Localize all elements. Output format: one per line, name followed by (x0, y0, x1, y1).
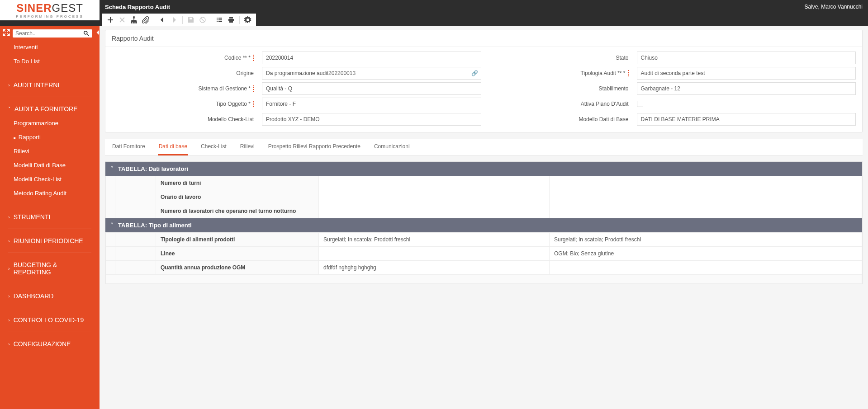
table-row: Numero di turni (106, 176, 862, 190)
sidebar-item-modelli-checklist[interactable]: Modelli Check-List (0, 172, 100, 186)
sidebar-section-audit-interni[interactable]: ›AUDIT INTERNI (0, 78, 100, 92)
form-panel: Rapporto Audit Codice ** * 202200014 Sta… (105, 30, 863, 132)
panel-title: Rapporto Audit (105, 30, 862, 47)
label-tipologia: Tipologia Audit ** * (487, 70, 631, 76)
back-button[interactable] (157, 14, 168, 25)
sidebar-item-todolist[interactable]: To Do List (0, 54, 100, 68)
add-button[interactable] (105, 14, 116, 25)
tab-dati-fornitore[interactable]: Dati Fornitore (111, 139, 146, 155)
chevron-down-icon: ˅ (111, 166, 114, 172)
sidebar-item-rapporti[interactable]: Rapporti (0, 130, 100, 144)
label-tipo-oggetto: Tipo Oggetto * (112, 101, 256, 107)
field-codice[interactable]: 202200014 (262, 52, 481, 64)
field-tipo-oggetto[interactable]: Fornitore - F (262, 98, 481, 110)
label-sistema: Sistema di Gestione * (112, 85, 256, 92)
sidebar-section-riunioni[interactable]: ›RIUNIONI PERIODICHE (0, 234, 100, 248)
tab-dati-base[interactable]: Dati di base (158, 139, 188, 155)
sidebar-section-audit-fornitore[interactable]: ˅AUDIT A FORNITORE (0, 102, 100, 116)
search-input-wrap[interactable] (13, 29, 92, 38)
top-header: SINERGEST PERFORMING PROCESS Scheda Rapp… (0, 0, 868, 26)
attach-button[interactable] (140, 14, 151, 25)
section-header-lavoratori[interactable]: ˅TABELLA: Dati lavoratori (105, 162, 862, 176)
sidebar-item-metodo-rating[interactable]: Metodo Rating Audit (0, 186, 100, 200)
table-row: Numero di lavoratori che operano nel tur… (106, 204, 862, 218)
label-stabilimento: Stabilimento (487, 85, 631, 92)
field-stato[interactable]: Chiuso (637, 52, 856, 64)
search-input[interactable] (15, 30, 83, 37)
toolbar (102, 14, 256, 26)
label-origine: Origine (112, 70, 256, 76)
label-modello-cl: Modello Check-List (112, 116, 256, 122)
sidebar-section-strumenti[interactable]: ›STRUMENTI (0, 210, 100, 224)
delete-button[interactable] (117, 14, 128, 25)
settings-button[interactable] (242, 14, 253, 25)
chevron-down-icon: ˅ (111, 222, 114, 228)
svg-point-1 (84, 31, 87, 34)
sidebar-section-config[interactable]: ›CONFIGURAZIONE (0, 337, 100, 351)
label-piano: Attiva Piano D'Audit (487, 101, 631, 107)
link-icon[interactable]: 🔗 (471, 70, 478, 76)
sidebar-item-interventi[interactable]: Interventi (0, 40, 100, 54)
tab-rilievi[interactable]: Rilievi (239, 139, 256, 155)
page-title: Scheda Rapporto Audit (105, 4, 170, 10)
label-modello-db: Modello Dati di Base (487, 116, 631, 122)
cancel-button[interactable] (197, 14, 208, 25)
collapse-sidebar-icon[interactable] (95, 29, 100, 37)
label-stato: Stato (487, 55, 631, 61)
field-sistema[interactable]: Qualità - Q (262, 82, 481, 95)
user-greeting: Salve, Marco Vannucchi (804, 4, 863, 10)
expand-icon[interactable] (3, 29, 10, 38)
field-tipologia[interactable]: Audit di seconda parte test (637, 67, 856, 80)
sidebar-item-modelli-dati-base[interactable]: Modelli Dati di Base (0, 158, 100, 172)
label-codice: Codice ** * (112, 55, 256, 61)
tab-prospetto[interactable]: Prospetto Rilievi Rapporto Precedente (267, 139, 361, 155)
sidebar-section-dashboard[interactable]: ›DASHBOARD (0, 289, 100, 303)
sidebar-item-rilievi[interactable]: Rilievi (0, 144, 100, 158)
field-piano[interactable] (637, 101, 856, 107)
field-origine[interactable]: Da programmazione audit202200013🔗 (262, 67, 481, 80)
checkbox-piano[interactable] (637, 101, 643, 107)
data-section-lavoratori: ˅TABELLA: Dati lavoratori Numero di turn… (105, 161, 863, 284)
save-button[interactable] (185, 14, 196, 25)
sidebar: Interventi To Do List ›AUDIT INTERNI ˅AU… (0, 26, 100, 409)
tab-comunicazioni[interactable]: Comunicazioni (373, 139, 411, 155)
content: Rapporto Audit Codice ** * 202200014 Sta… (100, 26, 868, 409)
table-footer (106, 275, 862, 284)
sidebar-item-programmazione[interactable]: Programmazione (0, 116, 100, 130)
print-button[interactable] (226, 14, 237, 25)
tabs-bar: Dati Fornitore Dati di base Check-List R… (105, 139, 863, 156)
field-modello-cl[interactable]: Prodotto XYZ - DEMO (262, 113, 481, 126)
sidebar-section-budgeting[interactable]: ›BUDGETING & REPORTING (0, 258, 100, 279)
forward-button[interactable] (169, 14, 180, 25)
table-row: LineeOGM; Bio; Senza glutine (106, 247, 862, 261)
section-header-alimenti[interactable]: ˅TABELLA: Tipo di alimenti (105, 218, 862, 232)
table-row: Orario di lavoro (106, 190, 862, 204)
table-row: Tipologie di alimenti prodottiSurgelati;… (106, 233, 862, 247)
field-stabilimento[interactable]: Garbagnate - 12 (637, 82, 856, 95)
tab-checklist[interactable]: Check-List (200, 139, 228, 155)
tree-button[interactable] (128, 14, 139, 25)
logo: SINERGEST PERFORMING PROCESS (0, 0, 100, 20)
field-modello-db[interactable]: DATI DI BASE MATERIE PRIMA (637, 113, 856, 126)
list-button[interactable] (214, 14, 225, 25)
table-row: Quantità annua produzione OGMdfdfdf nghg… (106, 261, 862, 275)
sidebar-section-covid[interactable]: ›CONTROLLO COVID-19 (0, 313, 100, 327)
search-icon (83, 30, 90, 37)
